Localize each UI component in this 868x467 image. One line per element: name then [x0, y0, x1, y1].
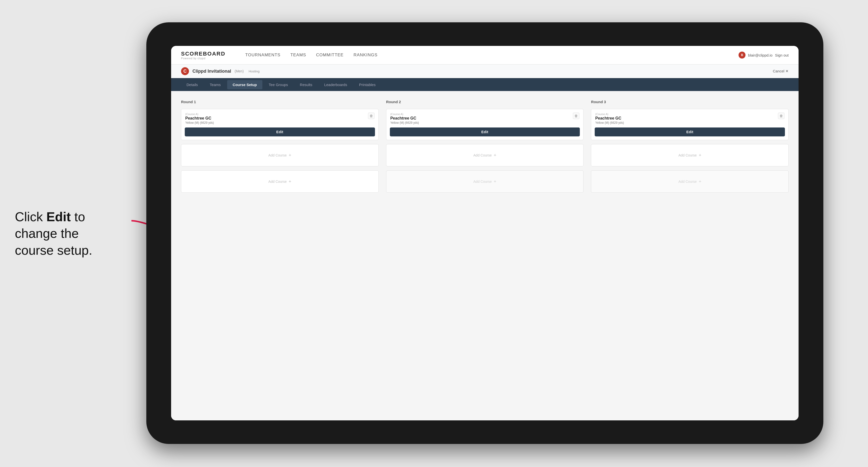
round-2-course-label: (Course A)	[390, 113, 419, 116]
round-3-course-header: (Course A) Peachtree GC Yellow (M) (6629…	[591, 109, 788, 125]
user-avatar: B	[739, 52, 745, 59]
brand-c-logo: C	[181, 67, 189, 75]
rounds-grid: Round 1 (Course A) Peachtree GC Yellow (…	[181, 100, 788, 193]
round-2-add-course-label-2: Add Course	[473, 180, 492, 184]
cancel-button[interactable]: Cancel ✕	[773, 69, 788, 73]
round-1-label: Round 1	[181, 100, 379, 104]
round-3-add-plus-2: +	[699, 179, 701, 184]
round-2-add-course-1[interactable]: Add Course +	[386, 144, 584, 166]
round-3-edit-button[interactable]: Edit	[595, 127, 785, 136]
top-nav: SCOREBOARD Powered by clippd Tournaments…	[171, 46, 799, 64]
round-2-course-header: (Course A) Peachtree GC Yellow (M) (6629…	[386, 109, 584, 125]
round-1-add-course-label-2: Add Course	[268, 180, 287, 184]
top-nav-links: Tournaments Teams Committee Rankings	[245, 51, 724, 59]
instruction-prefix: Click	[15, 209, 46, 224]
round-3-add-plus-1: +	[699, 153, 701, 158]
round-3-course-label: (Course A)	[595, 113, 624, 116]
round-2-add-course-label-1: Add Course	[473, 153, 492, 157]
round-2-add-plus-2: +	[494, 179, 496, 184]
round-2-edit-button[interactable]: Edit	[390, 127, 580, 136]
brand-title: SCOREBOARD	[181, 51, 225, 57]
round-1-course-name: Peachtree GC	[185, 116, 214, 121]
round-3-add-course-label-1: Add Course	[678, 153, 696, 157]
instruction-highlight: Edit	[46, 209, 71, 224]
nav-teams[interactable]: Teams	[290, 51, 306, 59]
top-nav-right: B blair@clippd.io Sign out	[739, 52, 788, 59]
brand-subtitle: Powered by clippd	[181, 57, 225, 60]
tab-teams[interactable]: Teams	[204, 80, 226, 89]
tab-tee-groups[interactable]: Tee Groups	[264, 80, 293, 89]
tab-results[interactable]: Results	[294, 80, 318, 89]
round-3-label: Round 3	[591, 100, 788, 104]
round-2-add-plus-1: +	[494, 153, 496, 158]
sub-header: C Clippd Invitational (Men) Hosting Canc…	[171, 64, 799, 78]
round-3-add-course-1[interactable]: Add Course +	[591, 144, 788, 166]
tournament-gender: (Men)	[235, 69, 244, 73]
round-2-course-tee: Yellow (M) (6629 yds)	[390, 121, 419, 125]
tab-details[interactable]: Details	[181, 80, 204, 89]
tab-printables[interactable]: Printables	[354, 80, 381, 89]
round-1-edit-button[interactable]: Edit	[185, 127, 375, 136]
round-2-column: Round 2 (Course A) Peachtree GC Yellow (…	[386, 100, 584, 193]
round-2-course-name: Peachtree GC	[390, 116, 419, 121]
sub-header-left: C Clippd Invitational (Men) Hosting	[181, 67, 260, 75]
main-content: Round 1 (Course A) Peachtree GC Yellow (…	[171, 91, 799, 421]
round-2-delete-button[interactable]: 🗑	[573, 113, 579, 119]
instruction-text: Click Edit tochange thecourse setup.	[15, 208, 144, 259]
nav-committee[interactable]: Committee	[316, 51, 343, 59]
round-3-course-tee: Yellow (M) (6629 yds)	[595, 121, 624, 125]
tab-leaderboards[interactable]: Leaderboards	[319, 80, 353, 89]
nav-rankings[interactable]: Rankings	[353, 51, 377, 59]
round-1-add-plus-2: +	[289, 179, 291, 184]
round-3-add-course-2: Add Course +	[591, 170, 788, 193]
round-1-delete-button[interactable]: 🗑	[368, 113, 374, 119]
round-3-course-name: Peachtree GC	[595, 116, 624, 121]
tab-bar: Details Teams Course Setup Tee Groups Re…	[171, 78, 799, 91]
brand-logo: SCOREBOARD Powered by clippd	[181, 51, 225, 60]
round-1-add-course-1[interactable]: Add Course +	[181, 144, 379, 166]
round-1-add-plus-1: +	[289, 153, 291, 158]
tab-course-setup[interactable]: Course Setup	[227, 80, 262, 89]
hosting-badge: Hosting	[249, 69, 260, 73]
round-3-add-course-label-2: Add Course	[678, 180, 696, 184]
round-2-course-card: (Course A) Peachtree GC Yellow (M) (6629…	[386, 109, 584, 140]
round-1-column: Round 1 (Course A) Peachtree GC Yellow (…	[181, 100, 379, 193]
round-2-label: Round 2	[386, 100, 584, 104]
round-1-add-course-2[interactable]: Add Course +	[181, 170, 379, 193]
round-1-course-card: (Course A) Peachtree GC Yellow (M) (6629…	[181, 109, 379, 140]
round-3-course-card: (Course A) Peachtree GC Yellow (M) (6629…	[591, 109, 788, 140]
round-2-add-course-2: Add Course +	[386, 170, 584, 193]
round-1-add-course-label-1: Add Course	[268, 153, 287, 157]
tournament-name: Clippd Invitational	[192, 69, 231, 74]
round-1-course-tee: Yellow (M) (6629 yds)	[185, 121, 214, 125]
tablet-screen: SCOREBOARD Powered by clippd Tournaments…	[171, 46, 799, 421]
nav-tournaments[interactable]: Tournaments	[245, 51, 280, 59]
round-3-delete-button[interactable]: 🗑	[778, 113, 784, 119]
round-1-course-header: (Course A) Peachtree GC Yellow (M) (6629…	[181, 109, 378, 125]
user-email: blair@clippd.io	[748, 53, 773, 57]
sign-out-link[interactable]: Sign out	[775, 53, 788, 57]
tablet-device: SCOREBOARD Powered by clippd Tournaments…	[146, 22, 824, 444]
round-1-course-label: (Course A)	[185, 113, 214, 116]
round-3-column: Round 3 (Course A) Peachtree GC Yellow (…	[591, 100, 788, 193]
